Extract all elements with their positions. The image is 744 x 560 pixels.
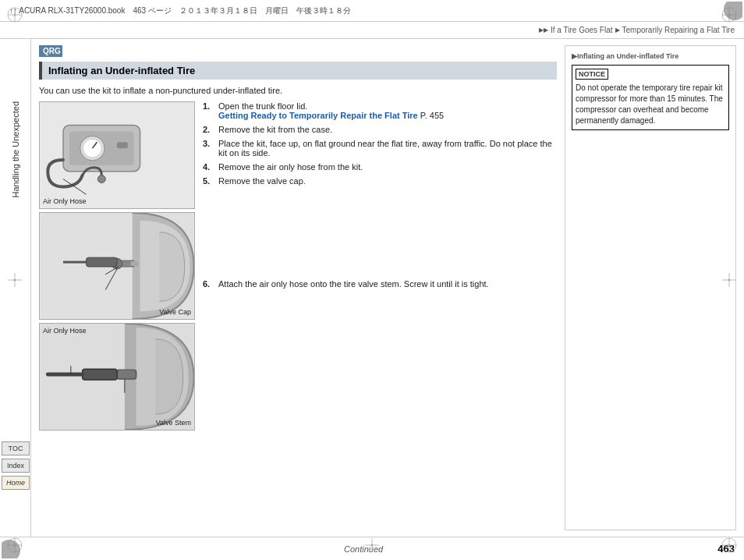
step-3-text: Place the kit, face up, on flat ground n… <box>218 139 557 158</box>
content-area: QRG Inflating an Under-inflated Tire You… <box>31 39 744 537</box>
step-1: 1. Open the trunk floor lid. Getting Rea… <box>203 101 557 120</box>
image3-hose-label: Air Only Hose <box>43 327 87 335</box>
step-6: 6. Attach the air only hose onto the tir… <box>203 279 557 289</box>
breadcrumb-arrow2: ▶ <box>615 27 620 34</box>
breadcrumb-item2: Temporarily Repairing a Flat Tire <box>622 26 735 34</box>
main-body: QRG Inflating an Under-inflated Tire You… <box>39 45 557 530</box>
body-columns: Air Only Hose <box>39 101 557 530</box>
image-box-3: Air Only Hose Valve Stem <box>39 323 195 431</box>
main-layout: Handling the Unexpected TOC Index Home Q… <box>0 39 744 537</box>
image-box-1: Air Only Hose <box>39 101 195 209</box>
step-1-num: 1. <box>203 101 215 120</box>
notice-header: NOTICE <box>576 69 608 80</box>
svg-rect-41 <box>87 257 117 267</box>
step-4: 4. Remove the air only hose from the kit… <box>203 162 557 172</box>
breadcrumb-bar: ▶▶ If a Tire Goes Flat ▶ Temporarily Rep… <box>0 22 744 39</box>
step-2: 2. Remove the kit from the case. <box>203 125 557 134</box>
bottom-bar: Continued 463 <box>0 537 744 560</box>
svg-rect-38 <box>131 261 139 266</box>
notice-text: Do not operate the temporary tire repair… <box>576 83 725 126</box>
step-5: 5. Remove the valve cap. <box>203 176 557 186</box>
notice-box: NOTICE Do not operate the temporary tire… <box>572 65 729 130</box>
step-3: 3. Place the kit, face up, on flat groun… <box>203 139 557 158</box>
file-info-bar: ↑↑ ACURA RLX-31TY26000.book 463 ページ ２０１３… <box>0 0 744 22</box>
image-box-2: Valve Cap <box>39 212 195 320</box>
steps-list: 1. Open the trunk floor lid. Getting Rea… <box>203 101 557 289</box>
step-5-num: 5. <box>203 176 215 186</box>
sidebar-tabs: TOC Index Home <box>0 441 31 490</box>
qrg-badge: QRG <box>39 45 62 57</box>
step-4-num: 4. <box>203 162 215 172</box>
steps-column: 1. Open the trunk floor lid. Getting Rea… <box>203 101 557 530</box>
right-panel: ▶Inflating an Under-inflated Tire NOTICE… <box>565 45 736 530</box>
step-1-ref: P. 455 <box>420 111 444 120</box>
intro-text: You can use the kit to inflate a non-pun… <box>39 86 557 95</box>
svg-rect-45 <box>117 370 136 379</box>
page-number: 463 <box>717 543 735 555</box>
sidebar-vertical-text: Handling the Unexpected <box>11 101 20 198</box>
image3-stem-label: Valve Stem <box>156 419 191 427</box>
file-info-text: ↑↑ ACURA RLX-31TY26000.book 463 ページ ２０１３… <box>9 5 351 16</box>
step-1-text: Open the trunk floor lid. Getting Ready … <box>218 101 444 120</box>
breadcrumb-arrow1: ▶▶ <box>539 27 548 34</box>
section-title: Inflating an Under-inflated Tire <box>48 65 195 76</box>
step-6-num: 6. <box>203 279 215 289</box>
step-6-text: Attach the air only hose onto the tire v… <box>218 279 489 289</box>
image1-label: Air Only Hose <box>43 197 87 205</box>
step-4-text: Remove the air only hose from the kit. <box>218 162 363 172</box>
breadcrumb-item1: If a Tire Goes Flat <box>551 26 612 34</box>
svg-rect-33 <box>117 142 128 148</box>
continued-text: Continued <box>344 544 383 554</box>
image2-valve-cap-label: Valve Cap <box>159 308 191 316</box>
toc-tab[interactable]: TOC <box>2 441 30 455</box>
left-sidebar: Handling the Unexpected TOC Index Home <box>0 39 31 537</box>
svg-point-34 <box>97 175 105 183</box>
step-5-text: Remove the valve cap. <box>218 176 306 186</box>
right-panel-title: ▶Inflating an Under-inflated Tire <box>572 52 729 60</box>
step-1-link[interactable]: Getting Ready to Temporarily Repair the … <box>218 111 420 120</box>
step-2-num: 2. <box>203 125 215 134</box>
section-title-bar: Inflating an Under-inflated Tire <box>39 62 557 80</box>
svg-rect-46 <box>83 369 117 380</box>
images-column: Air Only Hose <box>39 101 195 530</box>
step-2-text: Remove the kit from the case. <box>218 125 332 134</box>
step-3-num: 3. <box>203 139 215 158</box>
index-tab[interactable]: Index <box>2 459 30 473</box>
home-tab[interactable]: Home <box>2 476 30 490</box>
